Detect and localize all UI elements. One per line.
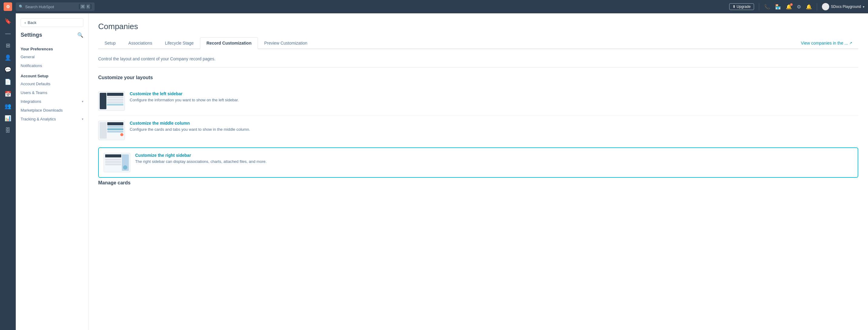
- layout-card-middle-column[interactable]: Customize the middle column Configure th…: [98, 116, 858, 145]
- sidebar-item-account-defaults[interactable]: Account Defaults: [16, 80, 88, 88]
- external-link-icon: ↗: [849, 41, 852, 45]
- sidebar-header: Settings 🔍: [16, 32, 88, 43]
- grid-icon[interactable]: ⊞: [2, 40, 14, 51]
- documents-icon[interactable]: 📄: [2, 77, 14, 87]
- right-sidebar-title[interactable]: Customize the right sidebar: [135, 153, 853, 158]
- hubspot-logo[interactable]: ⚙: [4, 2, 12, 11]
- sidebar-item-integrations[interactable]: Integrations ▾: [16, 97, 88, 106]
- manage-cards-title: Manage cards: [98, 180, 858, 186]
- middle-column-preview: [98, 121, 125, 140]
- calendar-icon[interactable]: 📅: [2, 89, 14, 99]
- sidebar-item-tracking[interactable]: Tracking & Analytics ▾: [16, 115, 88, 123]
- right-sidebar-preview: [104, 153, 130, 172]
- left-sidebar-info: Customize the left sidebar Configure the…: [130, 91, 858, 103]
- search-keyboard-shortcut: ⌘ K: [79, 4, 92, 9]
- tab-record-customization[interactable]: Record Customization: [200, 37, 258, 49]
- tab-preview-customization[interactable]: Preview Customization: [258, 37, 314, 49]
- search-bar[interactable]: 🔍 Search HubSpot ⌘ K: [16, 2, 95, 11]
- customize-layouts-title: Customize your layouts: [98, 75, 858, 80]
- main-content: Companies Setup Associations Lifecycle S…: [89, 13, 868, 330]
- minus-icon[interactable]: —: [2, 28, 14, 39]
- sidebar-title: Settings: [21, 32, 42, 38]
- sidebar-item-notifications[interactable]: Notifications: [16, 61, 88, 70]
- left-icon-bar: 🔖 — ⊞ 👤 💬 📄 📅 👥 📊 🗄: [0, 13, 16, 330]
- layout-card-left-sidebar[interactable]: Customize the left sidebar Configure the…: [98, 86, 858, 116]
- nav-divider-1: [759, 3, 759, 10]
- chart-icon[interactable]: 📊: [2, 113, 14, 124]
- nav-divider-2: [817, 3, 817, 10]
- database-icon[interactable]: 🗄: [2, 125, 14, 136]
- back-label: Back: [28, 20, 36, 25]
- middle-column-title[interactable]: Customize the middle column: [130, 121, 858, 126]
- search-icon: 🔍: [19, 4, 23, 9]
- sidebar-item-users-teams[interactable]: Users & Teams: [16, 88, 88, 97]
- search-placeholder: Search HubSpot: [25, 4, 54, 9]
- left-sidebar-desc: Configure the information you want to sh…: [130, 97, 858, 103]
- nav-actions: ⬆ Upgrade 📞 🏪 🔔 ⚙ 🔔 SDocs Playground ▾: [729, 3, 864, 10]
- contacts-icon[interactable]: 👤: [2, 52, 14, 63]
- tab-lifecycle-stage[interactable]: Lifecycle Stage: [158, 37, 200, 49]
- sidebar-item-general[interactable]: General: [16, 53, 88, 61]
- notification-icon[interactable]: 🔔: [786, 4, 792, 10]
- sidebar-search-icon[interactable]: 🔍: [77, 32, 83, 38]
- right-sidebar-info: Customize the right sidebar The right si…: [135, 153, 853, 164]
- page-title: Companies: [98, 22, 858, 31]
- account-setup-section: Account Setup: [16, 70, 88, 80]
- back-chevron-icon: ‹: [25, 20, 26, 25]
- left-sidebar-preview: [98, 91, 125, 111]
- tab-setup[interactable]: Setup: [98, 37, 122, 49]
- tracking-chevron-icon: ▾: [82, 117, 83, 121]
- middle-column-info: Customize the middle column Configure th…: [130, 121, 858, 132]
- users-icon[interactable]: 👥: [2, 101, 14, 112]
- right-sidebar-desc: The right sidebar can display associatio…: [135, 159, 853, 164]
- view-companies-link[interactable]: View companies in the ... ↗: [795, 37, 858, 49]
- phone-icon[interactable]: 📞: [764, 4, 770, 10]
- section-divider: [98, 67, 858, 68]
- back-button[interactable]: ‹ Back: [21, 18, 83, 27]
- sidebar-item-marketplace[interactable]: Marketplace Downloads: [16, 106, 88, 115]
- notification-badge: [790, 3, 793, 6]
- help-icon[interactable]: 🔔: [806, 4, 812, 10]
- upgrade-label: Upgrade: [737, 4, 751, 9]
- settings-sidebar: ‹ Back Settings 🔍 Your Preferences Gener…: [16, 13, 89, 330]
- integrations-chevron-icon: ▾: [82, 100, 83, 103]
- tab-bar: Setup Associations Lifecycle Stage Recor…: [98, 37, 858, 49]
- user-avatar: [822, 3, 829, 10]
- your-preferences-section: Your Preferences: [16, 43, 88, 53]
- middle-column-desc: Configure the cards and tabs you want to…: [130, 127, 858, 132]
- user-chevron-icon: ▾: [863, 5, 864, 8]
- user-menu[interactable]: SDocs Playground ▾: [822, 3, 864, 10]
- store-icon[interactable]: 🏪: [775, 4, 781, 10]
- settings-icon[interactable]: ⚙: [797, 4, 801, 10]
- layout-card-right-sidebar[interactable]: Customize the right sidebar The right si…: [98, 147, 858, 178]
- page-description: Control the layout and content of your C…: [98, 56, 858, 61]
- tab-associations[interactable]: Associations: [122, 37, 159, 49]
- left-sidebar-title[interactable]: Customize the left sidebar: [130, 91, 858, 96]
- upgrade-button[interactable]: ⬆ Upgrade: [729, 3, 754, 10]
- upgrade-icon: ⬆: [733, 4, 736, 9]
- chat-icon[interactable]: 💬: [2, 64, 14, 75]
- bookmark-icon[interactable]: 🔖: [2, 16, 14, 27]
- top-navigation: ⚙ 🔍 Search HubSpot ⌘ K ⬆ Upgrade 📞 🏪 🔔 ⚙…: [0, 0, 868, 13]
- user-name: SDocs Playground: [831, 4, 861, 9]
